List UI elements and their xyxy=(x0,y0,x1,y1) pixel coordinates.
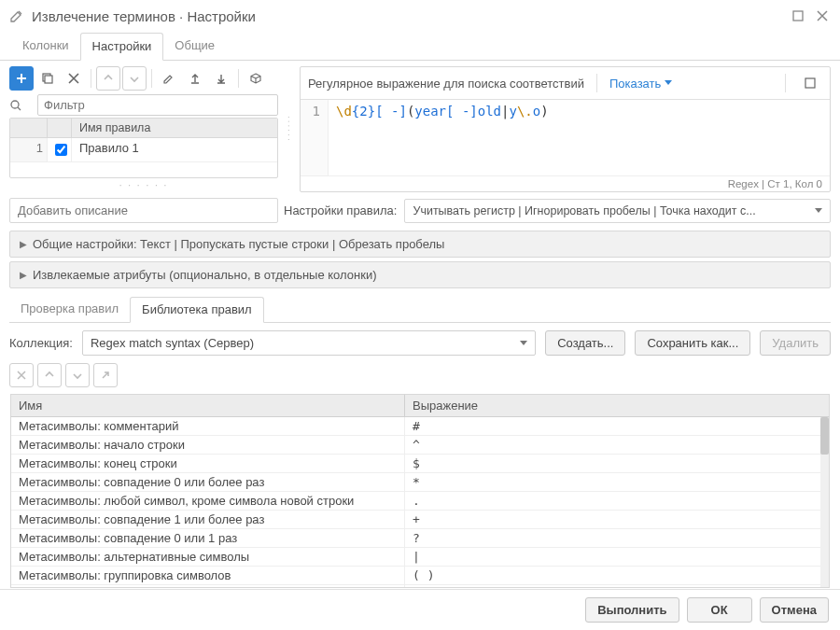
line-number: 1 xyxy=(301,100,329,175)
rule-number: 1 xyxy=(10,138,48,161)
cube-button[interactable] xyxy=(244,66,268,91)
library-row-name: Метасимволы: комментарий xyxy=(11,417,405,435)
scrollbar[interactable] xyxy=(820,417,829,587)
lib-up-button[interactable] xyxy=(37,363,62,387)
accordion-general-settings[interactable]: ▶ Общие настройки: Текст | Пропускать пу… xyxy=(9,231,831,258)
tab-general[interactable]: Общие xyxy=(163,33,226,61)
separator xyxy=(785,74,786,92)
accordion-extracted-attributes[interactable]: ▶ Извлекаемые атрибуты (опционально, в о… xyxy=(9,261,831,288)
rule-enabled-checkbox[interactable] xyxy=(55,144,67,156)
rules-header-name: Имя правила xyxy=(72,119,277,137)
search-icon xyxy=(9,99,34,112)
window-title: Извлечение терминов · Настройки xyxy=(32,8,782,24)
rule-settings-dropdown[interactable]: Учитывать регистр | Игнорировать пробелы… xyxy=(404,199,831,223)
add-button[interactable] xyxy=(9,66,34,91)
tab-rule-library[interactable]: Библиотека правил xyxy=(130,297,264,323)
svg-rect-4 xyxy=(805,78,815,88)
move-down-button[interactable] xyxy=(122,66,147,91)
library-row-expr: ( ) xyxy=(405,567,829,584)
svg-rect-2 xyxy=(45,76,52,83)
library-row-name: Метасимволы: группировка символов xyxy=(11,567,405,584)
separator xyxy=(238,69,239,88)
tab-columns[interactable]: Колонки xyxy=(11,33,80,61)
scroll-thumb[interactable] xyxy=(820,417,829,455)
library-row-expr: . xyxy=(405,492,829,510)
top-tabs: Колонки Настройки Общие xyxy=(0,32,840,61)
library-row-expr: | xyxy=(405,548,829,566)
copy-button[interactable] xyxy=(35,66,60,91)
library-row-name: Метасимволы: начало строки xyxy=(11,436,405,454)
library-row[interactable]: Метасимволы: совпадение 1 или более раз+ xyxy=(11,511,829,529)
svg-point-3 xyxy=(11,101,19,108)
library-row[interactable]: Метасимволы: конец строки$ xyxy=(11,455,829,473)
expand-icon[interactable] xyxy=(798,71,822,95)
download-button[interactable] xyxy=(209,66,233,91)
save-as-button[interactable]: Сохранить как... xyxy=(635,330,750,356)
collection-label: Коллекция: xyxy=(9,336,73,350)
maximize-icon[interactable] xyxy=(790,7,806,24)
ok-button[interactable]: ОК xyxy=(687,597,752,623)
rule-row[interactable]: 1 Правило 1 xyxy=(10,138,277,162)
library-row-name: Метасимволы: совпадение 0 или более раз xyxy=(11,473,405,491)
library-row-expr: + xyxy=(405,511,829,528)
rules-table: Имя правила 1 Правило 1 xyxy=(9,118,278,178)
library-table-body[interactable]: Метасимволы: комментарий#Метасимволы: на… xyxy=(10,417,830,588)
svg-rect-0 xyxy=(793,11,803,21)
library-row[interactable]: Метасимволы: набор символов[ ] xyxy=(11,585,829,588)
show-dropdown[interactable]: Показать xyxy=(609,77,672,91)
collection-select[interactable]: Regex match syntax (Сервер) xyxy=(82,330,536,356)
code-status: Regex | Ст 1, Кол 0 xyxy=(301,175,830,191)
resize-handle-vertical[interactable]: ······ xyxy=(284,116,294,143)
library-row[interactable]: Метасимволы: совпадение 0 или 1 раз? xyxy=(11,529,829,548)
lib-open-button[interactable] xyxy=(93,363,118,387)
code-heading: Регулярное выражение для поиска соответс… xyxy=(308,77,584,91)
move-up-button[interactable] xyxy=(96,66,120,91)
close-icon[interactable] xyxy=(814,7,831,24)
rules-toolbar xyxy=(9,66,278,91)
library-row-name: Метасимволы: совпадение 1 или более раз xyxy=(11,511,405,528)
library-row[interactable]: Метасимволы: комментарий# xyxy=(11,417,829,436)
triangle-right-icon: ▶ xyxy=(20,239,27,249)
cancel-button[interactable]: Отмена xyxy=(760,597,829,623)
separator xyxy=(151,69,152,88)
library-row[interactable]: Метасимволы: совпадение 0 или более раз* xyxy=(11,473,829,492)
dialog-footer: Выполнить ОК Отмена xyxy=(0,589,840,630)
library-row-expr: $ xyxy=(405,455,829,472)
pencil-icon xyxy=(9,8,24,23)
delete-button[interactable] xyxy=(62,66,86,91)
tab-settings[interactable]: Настройки xyxy=(80,33,164,61)
separator xyxy=(91,69,91,88)
library-row-expr: * xyxy=(405,473,829,491)
create-button[interactable]: Создать... xyxy=(545,330,625,356)
library-row-name: Метасимволы: любой символ, кроме символа… xyxy=(11,492,405,510)
description-input[interactable] xyxy=(9,198,278,223)
library-row-expr: # xyxy=(405,417,829,435)
titlebar: Извлечение терминов · Настройки xyxy=(0,0,840,28)
library-row[interactable]: Метасимволы: альтернативные символы| xyxy=(11,548,829,567)
library-row[interactable]: Метасимволы: любой символ, кроме символа… xyxy=(11,492,829,511)
tab-rule-check[interactable]: Проверка правил xyxy=(9,297,130,323)
lib-header-name: Имя xyxy=(11,395,405,416)
lib-header-expr: Выражение xyxy=(405,395,829,416)
library-row[interactable]: Метасимволы: группировка символов( ) xyxy=(11,567,829,585)
library-row-expr: ? xyxy=(405,529,829,547)
code-editor[interactable]: 1 \d{2}[ -](year[ -]old|y\.o) xyxy=(301,100,830,175)
delete-collection-button: Удалить xyxy=(760,330,831,356)
triangle-right-icon: ▶ xyxy=(20,270,27,280)
upload-button[interactable] xyxy=(183,66,207,91)
filter-input[interactable] xyxy=(37,94,278,116)
library-row-name: Метасимволы: альтернативные символы xyxy=(11,548,405,566)
separator xyxy=(596,74,597,92)
lower-tabs: Проверка правил Библиотека правил xyxy=(9,296,831,323)
lib-close-button[interactable] xyxy=(9,363,34,387)
library-row-expr: [ ] xyxy=(405,585,829,588)
library-row-expr: ^ xyxy=(405,436,829,454)
rule-name: Правило 1 xyxy=(72,138,277,161)
rule-settings-label: Настройки правила: xyxy=(284,203,397,217)
edit-button[interactable] xyxy=(157,66,181,91)
run-button[interactable]: Выполнить xyxy=(585,597,679,623)
library-toolbar xyxy=(9,363,831,387)
library-row[interactable]: Метасимволы: начало строки^ xyxy=(11,436,829,455)
lib-down-button[interactable] xyxy=(65,363,90,387)
resize-handle-horizontal[interactable]: · · · · · · xyxy=(9,178,278,192)
